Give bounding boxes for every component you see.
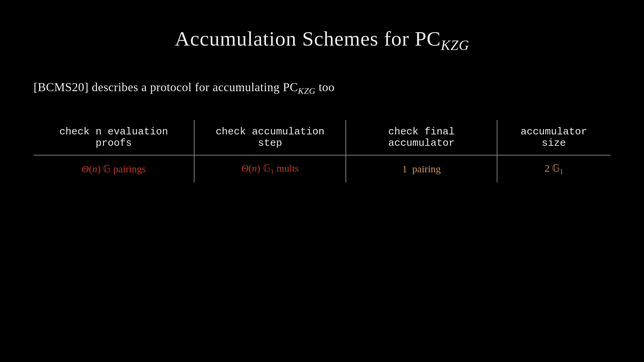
slide-container: Accumulation Schemes for PCKZG [BCMS20] … <box>0 0 644 362</box>
comparison-table: check n evaluation proofs check accumula… <box>34 120 610 182</box>
header-check-final: check final accumulator <box>346 120 497 155</box>
description-text: [BCMS20] describes a protocol for accumu… <box>34 80 610 96</box>
header-accum-size: accumulator size <box>497 120 610 155</box>
table-header-row: check n evaluation proofs check accumula… <box>34 120 610 155</box>
cell-final-accum: 1 pairing <box>346 155 497 182</box>
cell-accum-size: 2 𝔾1 <box>497 155 610 182</box>
header-check-eval: check n evaluation proofs <box>34 120 194 155</box>
slide-title: Accumulation Schemes for PCKZG <box>34 27 610 53</box>
table-data-row: Θ(n) 𝔾 pairings Θ(n) 𝔾1 mults 1 pairing … <box>34 155 610 182</box>
cell-accum-step: Θ(n) 𝔾1 mults <box>194 155 346 182</box>
header-check-accum-step: check accumulation step <box>194 120 346 155</box>
cell-eval-proofs: Θ(n) 𝔾 pairings <box>34 155 194 182</box>
title-area: Accumulation Schemes for PCKZG <box>34 20 610 53</box>
